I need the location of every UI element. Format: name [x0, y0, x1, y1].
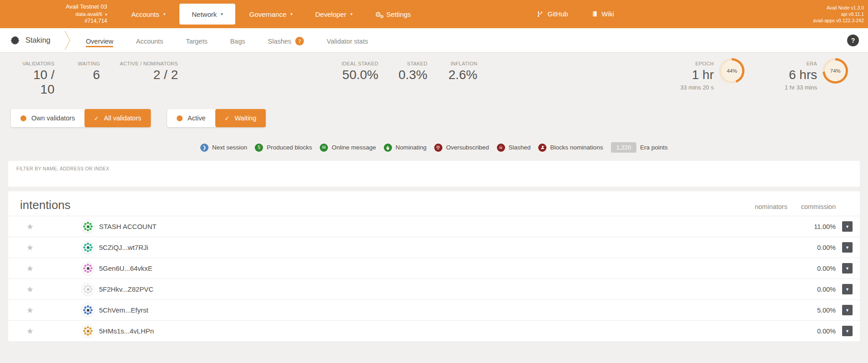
top-right: GitHub Wiki Avail Node v1.3.0 api v9.11.… — [537, 5, 868, 24]
github-link[interactable]: GitHub — [537, 10, 568, 18]
legend-slashed: ☠ Slashed — [497, 144, 531, 152]
legend-nominating: Nominating — [384, 144, 427, 152]
validator-address[interactable]: 5Gen6U...64vkxE — [99, 264, 153, 272]
chevron-down-icon: ▼ — [845, 308, 849, 313]
validator-address[interactable]: 5HMs1s...4vLHPn — [99, 327, 154, 335]
best-block-number: #714,714 — [38, 18, 107, 25]
all-validators-button[interactable]: ✓ All validators — [84, 109, 151, 127]
tab-bags[interactable]: Bags — [230, 34, 245, 47]
legend-online-message: ✉ Online message — [320, 144, 376, 152]
table-row[interactable]: ★ 5HMs1s...4vLHPn 0.00% ▼ — [8, 320, 860, 341]
page-title: Staking — [25, 36, 50, 45]
table-row[interactable]: ★ 5CZiQJ...wt7RJi 0.00% ▼ — [8, 237, 860, 258]
check-icon: ✓ — [225, 115, 230, 122]
tab-slashes[interactable]: Slashes 7 — [268, 33, 304, 48]
intentions-table: intentions nominators commission ★ STASH… — [8, 191, 860, 341]
expand-row-button[interactable]: ▼ — [842, 263, 853, 273]
expand-row-button[interactable]: ▼ — [842, 221, 853, 232]
favorite-star-icon[interactable]: ★ — [26, 284, 36, 294]
table-row[interactable]: ★ 5ChVem...Efyrst 5.00% ▼ — [8, 299, 860, 320]
commission-value: 0.00% — [817, 328, 836, 335]
main-nav: Accounts▾ Network▾ Governance▾ Developer… — [120, 0, 422, 28]
wiki-link[interactable]: Wiki — [592, 10, 614, 18]
epoch-percent: 44% — [721, 60, 742, 81]
commission-value: 0.00% — [817, 265, 836, 272]
apps-version: avail-apps v0.122.3-242 — [723, 17, 864, 24]
node-name: data-avail/6▾ — [38, 11, 107, 18]
validators-toggle-group: Own validators ✓ All validators — [11, 109, 151, 127]
validator-address[interactable]: 5F2Hkv...Z82PVC — [99, 285, 154, 293]
node-version: Avail Node v1.3.0 — [723, 5, 864, 11]
status-legend: ❯ Next session 5 Produced blocks ✉ Onlin… — [0, 142, 868, 153]
summary-staking-rates: IDEAL STAKED 50.0% STAKED 0.3% INFLATION… — [317, 61, 477, 82]
epoch-timer: EPOCH 1 hr 33 mins 20 s 44% — [680, 58, 745, 91]
nav-developer[interactable]: Developer▾ — [304, 0, 364, 28]
nav-governance[interactable]: Governance▾ — [238, 0, 304, 28]
favorite-star-icon[interactable]: ★ — [26, 326, 36, 336]
chevron-down-icon: ▼ — [845, 245, 849, 250]
validator-address[interactable]: STASH ACCOUNT — [99, 223, 156, 230]
era-timer: ERA 6 hrs 1 hr 33 mins 74% — [784, 58, 848, 91]
gear-icon: ⚙⚙ — [375, 11, 381, 18]
waiting-button[interactable]: ✓ Waiting — [215, 109, 266, 127]
legend-next-session: ❯ Next session — [200, 144, 247, 152]
help-button[interactable]: ? — [847, 35, 859, 46]
validator-address[interactable]: 5CZiQJ...wt7RJi — [99, 244, 148, 251]
era-points-badge: 1,220 — [611, 142, 637, 153]
table-header: intentions nominators commission — [8, 191, 860, 216]
check-icon: ✓ — [94, 115, 99, 122]
table-row[interactable]: ★ 5Gen6U...64vkxE 0.00% ▼ — [8, 258, 860, 278]
state-toggle-group: Active ✓ Waiting — [167, 109, 266, 127]
expand-row-button[interactable]: ▼ — [842, 242, 853, 253]
active-button[interactable]: Active — [167, 109, 215, 127]
chevron-down-icon: ▾ — [221, 12, 223, 16]
filter-input[interactable] — [16, 171, 852, 183]
favorite-star-icon[interactable]: ★ — [26, 222, 36, 232]
table-row[interactable]: ★ 5F2Hkv...Z82PVC 0.00% ▼ — [8, 278, 860, 299]
summary-validators: VALIDATORS 10 / 10 — [18, 61, 55, 97]
chevron-down-icon: ▼ — [845, 224, 849, 229]
external-links: GitHub Wiki — [537, 10, 614, 18]
book-icon — [592, 11, 598, 17]
chain-selector[interactable]: Avail Testnet 03 data-avail/6▾ #714,714 — [38, 3, 107, 25]
table-row[interactable]: ★ STASH ACCOUNT 11.00% ▼ — [8, 216, 860, 237]
chain-name: Avail Testnet 03 — [38, 3, 107, 11]
chevron-down-icon: ▾ — [291, 12, 293, 16]
expand-row-button[interactable]: ▼ — [842, 326, 853, 336]
nav-accounts[interactable]: Accounts▾ — [120, 0, 177, 28]
table-title: intentions — [20, 198, 70, 212]
radio-dot-icon — [20, 115, 26, 121]
favorite-star-icon[interactable]: ★ — [26, 243, 36, 253]
favorite-star-icon[interactable]: ★ — [26, 305, 36, 315]
tab-accounts[interactable]: Accounts — [136, 34, 163, 47]
commission-value: 0.00% — [817, 244, 836, 251]
tab-overview[interactable]: Overview — [86, 34, 113, 47]
top-bar: Avail Testnet 03 data-avail/6▾ #714,714 … — [0, 0, 868, 28]
tab-validator-stats[interactable]: Validator stats — [327, 34, 368, 47]
radio-dot-icon — [177, 115, 183, 121]
skull-icon: ☠ — [497, 144, 505, 152]
legend-oversubscribed: Oversubscribed — [434, 144, 489, 152]
commission-value: 0.00% — [817, 286, 836, 293]
chevron-down-icon: ▾ — [350, 12, 352, 16]
filter-box: FILTER BY NAME, ADDRESS OR INDEX — [8, 161, 860, 187]
slashes-count-badge: 7 — [295, 37, 304, 45]
user-slash-icon — [538, 144, 546, 152]
identicon — [82, 241, 94, 254]
summary-counts: VALIDATORS 10 / 10 WAITING 6 ACTIVE / NO… — [18, 61, 178, 97]
validator-address[interactable]: 5ChVem...Efyrst — [99, 306, 148, 314]
identicon — [82, 304, 94, 316]
own-validators-button[interactable]: Own validators — [11, 109, 84, 127]
block-count-badge: 5 — [255, 144, 263, 152]
filter-label: FILTER BY NAME, ADDRESS OR INDEX — [16, 166, 852, 171]
identicon — [82, 325, 94, 337]
tab-targets[interactable]: Targets — [186, 34, 208, 47]
favorite-star-icon[interactable]: ★ — [26, 264, 36, 273]
nav-network[interactable]: Network▾ — [179, 4, 235, 25]
nav-settings[interactable]: ⚙⚙ Settings — [364, 0, 422, 28]
version-info: Avail Node v1.3.0 api v9.11.1 avail-apps… — [723, 5, 864, 24]
expand-row-button[interactable]: ▼ — [842, 305, 853, 315]
scales-icon — [434, 144, 442, 152]
expand-row-button[interactable]: ▼ — [842, 284, 853, 294]
identicon — [82, 283, 94, 295]
